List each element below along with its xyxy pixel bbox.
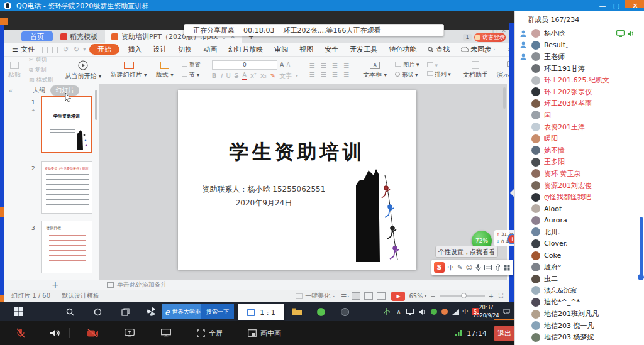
sogou-logo-icon[interactable]: S [434,262,445,273]
new-slide-button[interactable]: 新建幻灯片 ▾ [106,57,152,84]
strikethrough-button[interactable]: S [235,72,238,79]
undo-icon[interactable]: ↺ [63,45,69,53]
panel-scrollbar[interactable] [95,90,97,120]
ribbon-tab-view[interactable]: 视图 [294,45,319,54]
superscript-button[interactable]: x² [250,72,257,79]
find-button[interactable]: 查找 [422,45,455,54]
notify-badge[interactable]: 1 [463,34,472,41]
member-scrollbar[interactable] [640,217,643,280]
cortana-icon[interactable] [89,302,106,321]
tab-home[interactable]: 首页 [21,31,53,41]
dark-app-icon[interactable] [337,302,352,321]
underline-button[interactable]: U [226,72,230,79]
ribbon-tab-animation[interactable]: 动画 [197,45,223,54]
text-effects-label[interactable]: 文字 [279,72,292,80]
chinese-mode-icon[interactable]: 中 [448,263,454,272]
zoom-percent[interactable]: 65% [409,293,423,300]
canvas-scrollbar[interactable] [503,87,506,109]
list-item[interactable]: 暖阳 [515,133,644,145]
outline-view-icon[interactable]: ☰· [341,293,350,300]
clock-tray[interactable]: 20:37 2020/9/24 [473,304,499,320]
mic-muted-button[interactable] [16,328,25,338]
slide-thumbnail-3[interactable]: 培训日程 [41,221,92,273]
beautify-button[interactable]: 一键美化· [296,292,335,300]
design-template-label[interactable]: 默认设计模板 [62,292,99,300]
minimize-button[interactable]: — [596,0,609,11]
history-icon[interactable] [57,47,58,53]
list-item[interactable]: 迪伦*^_^* [515,297,644,309]
arrange-button[interactable]: 排列 ▾ [427,70,451,79]
sorter-view-icon[interactable] [364,292,373,300]
ribbon-tab-review[interactable]: 审阅 [269,45,294,54]
reading-view-icon[interactable] [377,292,386,300]
skin-icon[interactable] [495,264,501,271]
textbox-button[interactable]: A 文本框 ▾ [358,57,391,84]
whiteboard-button[interactable] [161,329,171,337]
ribbon-tab-developer[interactable]: 开发工具 [344,45,383,54]
network-tray-icon[interactable] [450,302,460,321]
list-item[interactable]: 王多阳 [515,156,644,168]
panel-collapse-arrow[interactable] [509,189,514,197]
taskbar-search-icon[interactable] [62,302,78,321]
share-screen-button[interactable] [125,329,135,337]
list-item[interactable]: 她不懂 [515,145,644,156]
pip-button[interactable]: 画中画 [248,329,281,338]
zoom-in-button[interactable]: + [489,293,494,300]
ribbon-tab-slideshow[interactable]: 幻灯片放映 [223,45,269,54]
list-item[interactable]: 农资201王洋 [515,121,644,133]
redo-icon[interactable]: ↻ [74,45,79,53]
copy-button[interactable]: ⧉ 复制 [29,66,53,74]
list-item[interactable]: 地信201班刘凡凡 [515,308,644,320]
emoji-icon[interactable]: ☺ [465,264,472,271]
list-item[interactable]: 闰 [515,109,644,121]
list-item[interactable]: 王老师 [515,51,644,63]
pen-icon[interactable]: ✎ [457,264,462,271]
list-item[interactable]: 地信203 倪一凡 [515,320,644,332]
green-dot-tray-icon[interactable] [429,302,439,321]
fit-window-icon[interactable]: ⛶ [499,292,503,300]
tray-expand-chevron[interactable]: ∧ [394,302,404,321]
list-item[interactable]: 资环 黄玉泉 [515,168,644,180]
mic-icon[interactable] [475,264,481,271]
sync-status[interactable]: 未同步· [455,45,501,54]
list-align-icons-bottom[interactable]: ☰ ☰ ☰ ☰ [309,71,351,78]
italic-button[interactable]: I [220,72,222,79]
list-item[interactable]: Aloot [515,203,644,215]
text-effect-button[interactable]: ✎ [270,72,275,79]
sogou-input-bar[interactable]: S 中 ✎ ☺ [431,260,513,275]
add-slide-button[interactable]: + [52,280,59,290]
search-go-button[interactable]: 搜索一下 [201,304,234,319]
ime-mode-icon[interactable]: 中 [461,302,470,321]
start-button[interactable] [9,302,28,321]
decrease-font-icon[interactable]: A [287,62,290,68]
list-item[interactable]: Coke [515,249,644,261]
ie-search-box[interactable]: e 世界大学排名 搜索一下 [162,304,234,319]
file-menu[interactable]: ☰ 文件 [6,45,40,54]
maximize-button[interactable]: ▢ [610,0,623,11]
format-painter-button[interactable]: ▨ 格式刷 [29,76,53,84]
zoom-slider[interactable] [440,295,485,297]
quickbar-chevron-icon[interactable]: ▾ [83,47,86,52]
picture-button[interactable]: 图片 ▾ [395,61,419,69]
reset-button[interactable]: 重置 [182,61,201,69]
save-icon[interactable] [42,47,43,53]
slide-thumbnail-1[interactable]: 学生资助培训 [41,96,92,153]
exit-call-button[interactable]: 退出 [494,326,514,341]
print-preview-icon[interactable] [52,47,53,53]
doc-helper-button[interactable]: 文档助手 [458,57,492,84]
paste-button[interactable]: 粘贴 [4,57,25,84]
slideshow-play-button[interactable]: ▶ [391,292,405,301]
task-view-icon[interactable] [117,302,133,321]
tab-docer[interactable]: 稻壳模板 [53,30,105,43]
list-item[interactable]: 北川. [515,226,644,238]
fullscreen-button[interactable]: 全屏 [197,329,223,338]
display-tray-icon[interactable] [404,302,416,321]
layout-button[interactable]: 版式 ▾ [152,57,178,84]
collapse-panel-icon[interactable]: « [9,87,13,94]
camera-off-button[interactable] [87,329,99,337]
print-icon[interactable] [47,47,48,53]
toolbox-grid-icon[interactable] [504,265,510,271]
subscript-button[interactable]: x₂ [260,72,267,79]
list-item[interactable]: 环工191甘涛 [515,63,644,75]
play-from-current-button[interactable]: 从当前开始 ▾ [60,57,106,84]
